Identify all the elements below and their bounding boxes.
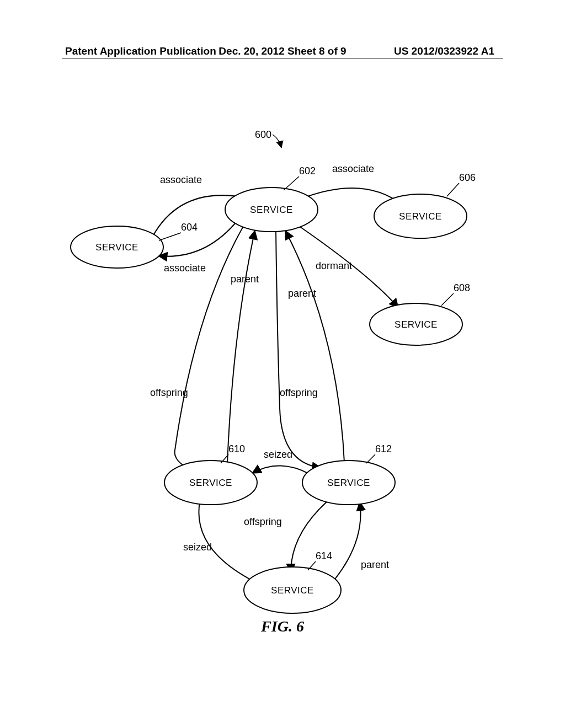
ref-602: 602 xyxy=(299,165,316,176)
ref-604: 604 xyxy=(181,222,198,233)
svg-text:SERVICE: SERVICE xyxy=(271,585,314,596)
svg-text:SERVICE: SERVICE xyxy=(95,242,138,253)
header-left: Patent Application Publication xyxy=(65,45,216,57)
node-610: SERVICE xyxy=(164,461,257,505)
edge-parent-614-612 xyxy=(335,502,361,579)
header-right: US 2012/0323922 A1 xyxy=(394,45,494,57)
edge-offspring-602-612 xyxy=(276,231,321,468)
ref-606: 606 xyxy=(459,172,476,183)
svg-text:SERVICE: SERVICE xyxy=(327,478,370,488)
edgelabel-parent-610-602: parent xyxy=(231,274,259,285)
edge-offspring-612-614 xyxy=(291,502,327,572)
edgelabel-offspring-602-612: offspring xyxy=(280,387,318,398)
node-608: SERVICE xyxy=(370,303,462,345)
edge-seized-612-610 xyxy=(252,465,310,474)
figure-6-diagram: associate associate associate dormant of… xyxy=(34,77,531,684)
edgelabel-associate-602-604: associate xyxy=(164,263,206,274)
edgelabel-parent-612-602: parent xyxy=(288,288,316,299)
svg-text:SERVICE: SERVICE xyxy=(399,211,442,222)
ref-610: 610 xyxy=(228,443,245,454)
header-mid: Dec. 20, 2012 Sheet 8 of 9 xyxy=(218,45,346,57)
node-612: SERVICE xyxy=(302,461,395,505)
header-rule xyxy=(62,58,503,58)
edgelabel-offspring-612-614: offspring xyxy=(244,516,282,527)
edgelabel-associate-602-606: associate xyxy=(332,163,374,174)
svg-text:SERVICE: SERVICE xyxy=(395,319,438,330)
edgelabel-parent-614-612: parent xyxy=(361,559,389,570)
ref-608: 608 xyxy=(454,282,470,293)
edgelabel-seized-612-610: seized xyxy=(264,449,292,460)
edgelabel-associate-604-602: associate xyxy=(160,174,202,185)
ref-612: 612 xyxy=(375,443,392,454)
figure-caption: FIG. 6 xyxy=(0,618,565,635)
node-606: SERVICE xyxy=(374,194,467,238)
svg-text:SERVICE: SERVICE xyxy=(250,205,293,215)
edgelabel-offspring-602-610: offspring xyxy=(150,387,188,398)
edgelabel-dormant-602-608: dormant xyxy=(316,260,352,271)
ref-600: 600 xyxy=(255,129,271,140)
node-602: SERVICE xyxy=(225,188,318,232)
edge-associate-602-604 xyxy=(158,220,238,256)
svg-text:SERVICE: SERVICE xyxy=(189,478,232,488)
node-614: SERVICE xyxy=(244,567,341,613)
edge-parent-610-602 xyxy=(227,231,255,463)
ref-614: 614 xyxy=(316,550,332,561)
edgelabel-seized-610-614: seized xyxy=(183,542,212,553)
node-604: SERVICE xyxy=(71,226,163,268)
